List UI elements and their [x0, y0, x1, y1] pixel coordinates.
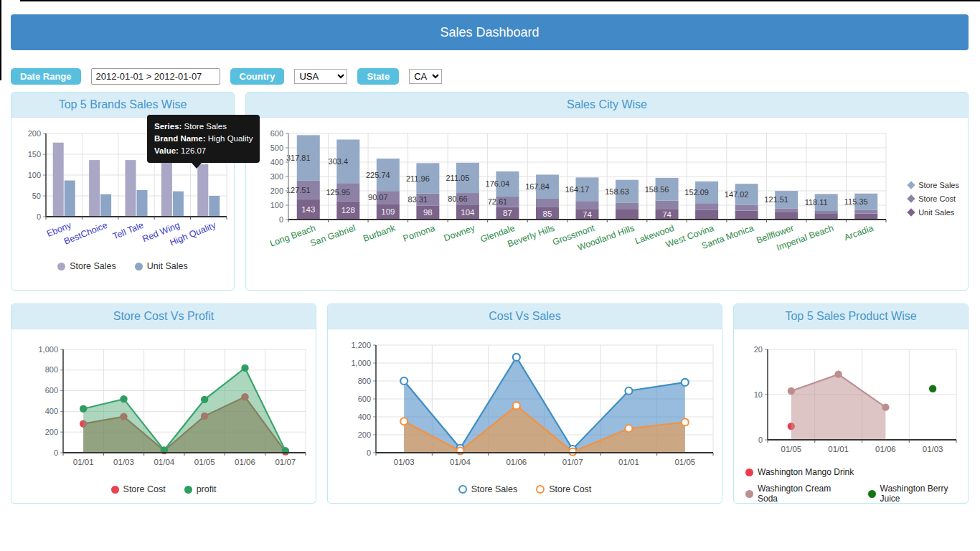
svg-text:50: 50: [32, 192, 41, 200]
chart-svg-costsales: 02004006008001,0001,20001/0301/0401/0601…: [329, 331, 725, 473]
legend-item-store-cost[interactable]: Store Cost: [908, 194, 959, 203]
svg-text:01/06: 01/06: [875, 445, 896, 453]
legend-label: Store Cost: [123, 484, 166, 494]
chart-tooltip: Series: Store Sales Brand Name: High Qua…: [147, 115, 260, 163]
top5-products-chart-area[interactable]: 0102001/0501/0101/0601/03Washington Mang…: [734, 329, 968, 504]
legend-marker: [458, 485, 467, 494]
svg-text:74: 74: [662, 210, 672, 219]
svg-text:121.51: 121.51: [764, 195, 788, 204]
tooltip-series-line: Series: Store Sales: [154, 121, 253, 133]
legend-item-store-cost[interactable]: Store Cost: [111, 484, 166, 494]
date-range-input[interactable]: [91, 68, 220, 85]
legend-label: profit: [197, 484, 217, 494]
legend-item-washington-mango-drink[interactable]: Washington Mango Drink: [745, 467, 854, 477]
legend-item-store-sales[interactable]: Store Sales: [57, 261, 116, 271]
svg-text:143: 143: [301, 205, 315, 214]
bar-group-red-wing: [161, 163, 184, 217]
svg-text:Burbank: Burbank: [362, 222, 397, 243]
legend-label: Store Sales: [70, 261, 116, 271]
tooltip-brand-value: High Quality: [208, 134, 253, 143]
bar-group-burbank: 10990.07225.74: [366, 159, 400, 220]
legend-label: Store Cost: [918, 194, 956, 203]
svg-text:225.74: 225.74: [366, 171, 390, 179]
date-range-label: Date Range: [11, 68, 81, 85]
svg-text:176.04: 176.04: [486, 179, 510, 188]
svg-text:400: 400: [270, 158, 283, 166]
panel-title-top5-products: Top 5 Sales Product Wise: [734, 304, 968, 329]
svg-text:74: 74: [583, 210, 592, 219]
legend-item-store-cost[interactable]: Store Cost: [536, 484, 591, 494]
app-header: Sales Dashboard: [11, 14, 969, 50]
legend-marker: [907, 194, 915, 202]
svg-text:128: 128: [341, 206, 355, 215]
legend-item-store-sales[interactable]: Store Sales: [458, 484, 518, 494]
series-washington-berry-juice: [929, 385, 936, 392]
svg-text:83.31: 83.31: [408, 195, 428, 204]
svg-text:85: 85: [543, 209, 552, 218]
legend-item-washington-cream-soda[interactable]: Washington Cream Soda: [745, 484, 849, 504]
cost-vs-profit-chart-area[interactable]: 02004006008001,00001/0101/0301/0401/0501…: [11, 329, 316, 503]
legend-marker: [135, 263, 143, 270]
svg-text:303.4: 303.4: [329, 157, 349, 166]
legend-item-unit-sales[interactable]: Unit Sales: [908, 208, 959, 217]
legend-item-store-sales[interactable]: Store Sales: [908, 181, 959, 189]
svg-text:01/05: 01/05: [674, 458, 695, 466]
svg-text:200: 200: [28, 129, 41, 138]
svg-text:100: 100: [270, 201, 283, 209]
svg-text:400: 400: [45, 407, 58, 415]
svg-text:01/01: 01/01: [73, 458, 94, 466]
svg-text:200: 200: [358, 430, 371, 439]
legend-salescity: Store SalesStore CostUnit Sales: [908, 181, 959, 217]
svg-text:01/03: 01/03: [113, 458, 134, 466]
country-select[interactable]: USA: [294, 69, 347, 84]
chart-svg-top5products: 0102001/0501/0101/0601/03: [735, 331, 966, 458]
svg-text:600: 600: [45, 386, 58, 395]
svg-text:0: 0: [758, 435, 763, 444]
state-select[interactable]: CA: [409, 69, 442, 84]
tooltip-series-label: Series:: [154, 122, 182, 131]
page-title: Sales Dashboard: [440, 25, 539, 40]
svg-text:01/04: 01/04: [154, 458, 174, 466]
svg-text:Pomona: Pomona: [402, 223, 437, 244]
svg-text:98: 98: [423, 208, 433, 217]
bar-group-bestchoice: [89, 160, 111, 217]
svg-text:01/03: 01/03: [923, 445, 943, 453]
bar-group-woodland-hills: 158.63: [605, 180, 639, 220]
svg-text:01/06: 01/06: [235, 458, 255, 466]
svg-text:115.35: 115.35: [844, 197, 868, 206]
svg-text:200: 200: [270, 187, 283, 195]
svg-text:100: 100: [28, 171, 41, 179]
svg-text:600: 600: [358, 395, 371, 403]
bar-group-imperial-beach: 118.11: [805, 194, 838, 220]
chart-svg-costprofit: 02004006008001,00001/0101/0301/0401/0501…: [13, 331, 314, 473]
svg-text:125.95: 125.95: [326, 188, 350, 197]
cost-vs-sales-chart-area[interactable]: 02004006008001,0001,20001/0301/0401/0601…: [328, 329, 722, 503]
svg-text:0: 0: [54, 448, 58, 457]
bar-group-arcadia: 115.35: [844, 194, 877, 220]
svg-text:Long Beach: Long Beach: [268, 223, 317, 249]
legend-item-profit[interactable]: profit: [184, 484, 217, 494]
svg-text:164.17: 164.17: [565, 185, 590, 194]
legend-label: Store Cost: [549, 484, 591, 494]
bar-group-glendale: 8772.61176.04: [486, 171, 519, 220]
bar-group-grossmont: 74164.17: [565, 177, 599, 220]
svg-text:0: 0: [37, 212, 41, 221]
svg-text:200: 200: [45, 428, 58, 436]
svg-text:01/04: 01/04: [450, 458, 471, 466]
svg-text:600: 600: [270, 129, 283, 138]
legend-marker: [745, 468, 753, 476]
svg-text:01/06: 01/06: [506, 458, 527, 466]
sales-city-chart-area[interactable]: 0100200300400500600143127.51317.81Long B…: [246, 118, 968, 290]
legend-label: Unit Sales: [147, 261, 188, 271]
legend-item-unit-sales[interactable]: Unit Sales: [135, 261, 188, 271]
svg-text:158.56: 158.56: [645, 185, 669, 194]
svg-text:01/01: 01/01: [828, 445, 849, 453]
legend-marker: [907, 208, 915, 216]
tooltip-value-line: Value: 126.07: [154, 145, 253, 157]
state-label: State: [357, 68, 399, 85]
svg-text:10: 10: [754, 390, 763, 399]
legend-item-washington-berry-juice[interactable]: Washington Berry Juice: [868, 484, 966, 504]
svg-text:20: 20: [754, 345, 763, 354]
legend-marker: [745, 490, 753, 498]
chart-svg-salescity: 0100200300400500600143127.51317.81Long B…: [248, 119, 965, 257]
